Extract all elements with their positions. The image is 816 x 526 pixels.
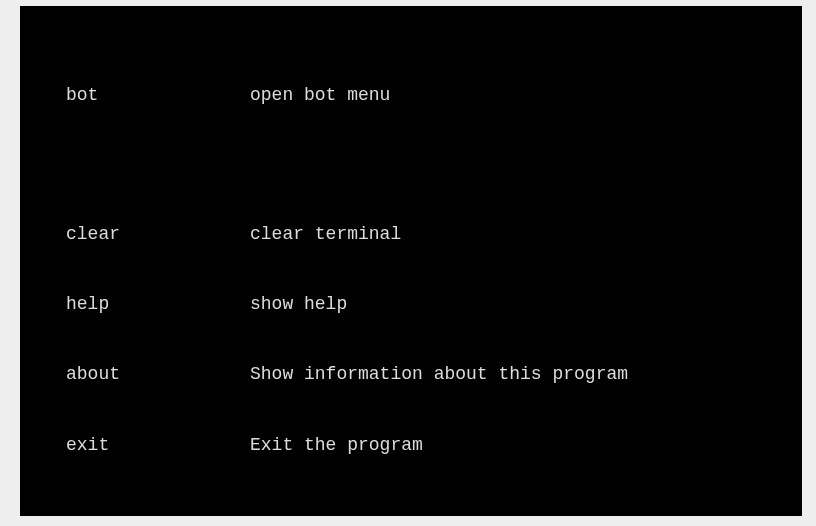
help-row: bot open bot menu — [30, 84, 792, 107]
help-row: help show help — [30, 293, 792, 316]
help-row: clear clear terminal — [30, 223, 792, 246]
help-desc: open bot menu — [250, 84, 390, 107]
help-cmd: exit — [30, 434, 250, 457]
help-row: about Show information about this progra… — [30, 363, 792, 386]
help-desc: Show information about this program — [250, 363, 628, 386]
help-cmd: clear — [30, 223, 250, 246]
spacer — [30, 154, 792, 176]
terminal-window[interactable]: bot open bot menu clear clear terminal h… — [20, 6, 802, 516]
help-desc: Exit the program — [250, 434, 423, 457]
help-desc: clear terminal — [250, 223, 401, 246]
help-cmd: help — [30, 293, 250, 316]
help-cmd: about — [30, 363, 250, 386]
help-desc: show help — [250, 293, 347, 316]
help-row: exit Exit the program — [30, 434, 792, 457]
help-cmd: bot — [30, 84, 250, 107]
